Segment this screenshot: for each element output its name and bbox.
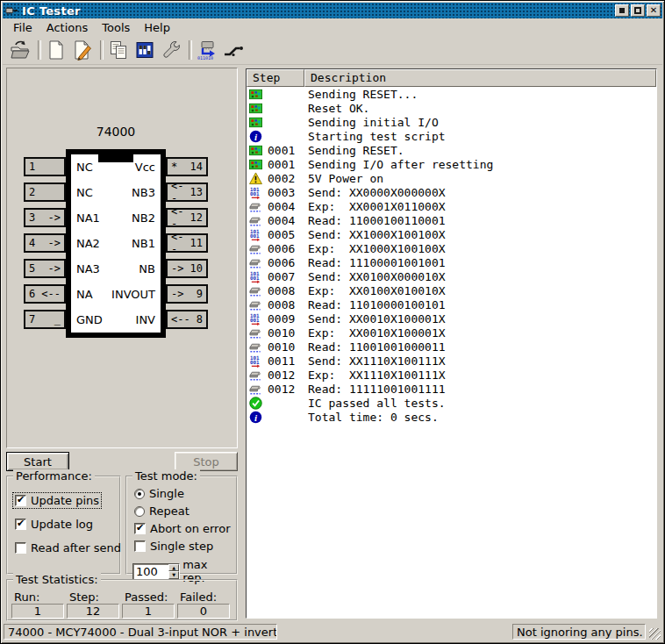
right-pin[interactable]: <-- 12 [166, 208, 208, 227]
log-row[interactable]: 0012 Read: 11111001001111 [247, 382, 656, 396]
log-row[interactable]: 0010 Read: 11001001000011 [247, 340, 656, 354]
log-row[interactable]: IC passed all tests. [247, 396, 656, 410]
close-button[interactable]: ✕ [647, 4, 661, 17]
log-row[interactable]: 0008 Exp: XX0100X010010X [247, 283, 656, 297]
pin-direction: <-- [171, 180, 190, 204]
menu-item[interactable]: Actions [39, 19, 96, 36]
titlebar[interactable]: IC Tester ✕ [3, 3, 662, 18]
log-row[interactable]: 0004 Exp: XX0001X011000X [247, 199, 656, 213]
test-ic-button[interactable] [194, 38, 219, 62]
pin-direction: <-- [171, 205, 190, 230]
log-row[interactable]: Reset OK. [247, 101, 656, 115]
left-pin[interactable]: 2 [24, 182, 66, 202]
left-pin[interactable]: 6 <-- [24, 284, 66, 304]
right-pin[interactable]: -> 10 [166, 259, 208, 278]
new-button[interactable] [43, 38, 68, 62]
log-row[interactable]: 0006 Exp: XX1000X100100X [247, 241, 656, 255]
radio-button[interactable]: Repeat [132, 504, 191, 519]
left-pin[interactable]: 7 _ [24, 310, 66, 329]
max-rep-value[interactable]: 100 [133, 564, 168, 579]
log-row[interactable]: 0011 Send: XX1110X100111X [247, 354, 656, 368]
stop-button[interactable]: Stop [175, 452, 238, 471]
menu-item[interactable]: Help [137, 19, 177, 36]
pin-number: 3 [29, 211, 35, 224]
right-pin[interactable]: <-- 11 [166, 233, 208, 253]
checkbox-box [134, 523, 146, 534]
radio-dot [134, 489, 145, 499]
right-pin[interactable]: * 14 [166, 157, 208, 176]
dip-switches-button[interactable] [132, 38, 157, 62]
log-description: Read: 11010000100101 [308, 298, 446, 311]
chip-rows: NC Vcc NC NB3 NA1 NB2 NA2 NB1 NA3 NB NA … [71, 154, 161, 333]
left-pin[interactable]: 3 -> [24, 208, 66, 227]
log-description: Sending initial I/O [308, 116, 439, 129]
chip-notch-icon [98, 149, 133, 162]
log-row[interactable]: 0001 Sending I/O after resetting [247, 157, 656, 171]
log-row[interactable]: Sending RESET... [247, 87, 656, 101]
right-pin[interactable]: <-- 8 [166, 310, 208, 329]
checkbox[interactable]: Update log [13, 517, 95, 532]
log-row[interactable]: Sending initial I/O [247, 115, 656, 129]
log-row[interactable]: 0009 Send: XX0010X100001X [247, 311, 656, 326]
log-row[interactable]: 0007 Send: XX0100X000010X [247, 269, 656, 283]
radio-button[interactable]: Single [132, 486, 186, 501]
left-pin[interactable]: 4 -> [24, 233, 66, 253]
column-header-description[interactable]: Description [304, 69, 656, 87]
menu-item[interactable]: File [6, 19, 39, 36]
left-panel: 74000 1 2 3 -> 4 -> 5 -> 6 <-- 7 _ NC Vc… [3, 65, 241, 622]
column-header-step[interactable]: Step [247, 69, 304, 87]
left-pin[interactable]: 1 [24, 157, 66, 176]
start-button[interactable]: Start [6, 452, 69, 471]
checkbox[interactable]: Single step [132, 539, 215, 554]
right-pin[interactable]: <-- 13 [166, 182, 208, 202]
chip-pin-labels-row: NA INVOUT [71, 282, 161, 307]
wrench-button[interactable] [158, 38, 183, 62]
edit-button[interactable] [69, 38, 95, 62]
stat-value: 1 [11, 604, 64, 619]
checkbox-label: Single step [150, 540, 213, 553]
app-icon [4, 4, 18, 17]
stat-item: Step: 12 [67, 591, 119, 619]
send-icon [249, 228, 262, 241]
checkbox[interactable]: Update pins [13, 493, 101, 508]
maximize-button[interactable] [631, 4, 645, 17]
log-row[interactable]: 0008 Read: 11010000100101 [247, 297, 656, 311]
log-row[interactable]: 0001 Sending RESET. [247, 143, 656, 157]
log-step: 0003 [268, 186, 303, 199]
stats-grid: Run: 1 Step: 12 Passed: 1 Failed: 0 [11, 591, 232, 619]
stat-label: Passed: [122, 591, 175, 604]
checkbox[interactable]: Abort on error [132, 521, 232, 536]
log-row[interactable]: 0006 Read: 11100001001001 [247, 255, 656, 269]
open-button[interactable] [7, 38, 32, 62]
ic-name: 74000 [24, 125, 208, 139]
checkbox[interactable]: Read after send [13, 540, 123, 555]
log-row[interactable]: 0012 Exp: XX1110X100111X [247, 368, 656, 382]
spin-up-button[interactable]: ▲ [168, 564, 179, 572]
board-icon [249, 88, 262, 101]
log-row[interactable]: Total time: 0 secs. [247, 410, 656, 424]
ic-diagram-panel: 74000 1 2 3 -> 4 -> 5 -> 6 <-- 7 _ NC Vc… [6, 68, 238, 448]
log-row[interactable]: 0005 Send: XX1000X100100X [247, 227, 656, 241]
menu-item[interactable]: Tools [95, 19, 137, 36]
log-description: Exp: XX0001X011000X [308, 200, 446, 213]
log-row[interactable]: 0004 Read: 11000100110001 [247, 213, 656, 227]
minimize-button[interactable] [615, 4, 629, 17]
left-pin[interactable]: 5 -> [24, 259, 66, 278]
log-row[interactable]: Starting test script [247, 129, 656, 143]
checkbox-label: Update log [31, 518, 93, 531]
chip-right-pin-label: Vcc [135, 161, 155, 174]
copy-button[interactable] [105, 38, 131, 62]
right-pin[interactable]: -> 9 [166, 284, 208, 304]
log-row[interactable]: 0003 Send: XX0000X000000X [247, 185, 656, 199]
log-body: Sending RESET... Reset OK. Sending initi… [247, 87, 656, 618]
log-row[interactable]: 0002 5V Power on [247, 171, 656, 185]
max-rep-spinner[interactable]: 100 ▲ ▼ [132, 563, 180, 580]
window-title: IC Tester [22, 4, 611, 18]
right-pin-column: * 14 <-- 13 <-- 12 <-- 11 -> 10 -> 9 <--… [166, 149, 208, 338]
spin-down-button[interactable]: ▼ [168, 571, 179, 579]
resize-grip[interactable] [649, 628, 661, 640]
log-description: Exp: XX0010X100001X [308, 326, 446, 340]
log-row[interactable]: 0010 Exp: XX0010X100001X [247, 326, 656, 340]
probe-button[interactable] [220, 38, 246, 62]
chip-right-pin-label: NB3 [132, 186, 155, 199]
